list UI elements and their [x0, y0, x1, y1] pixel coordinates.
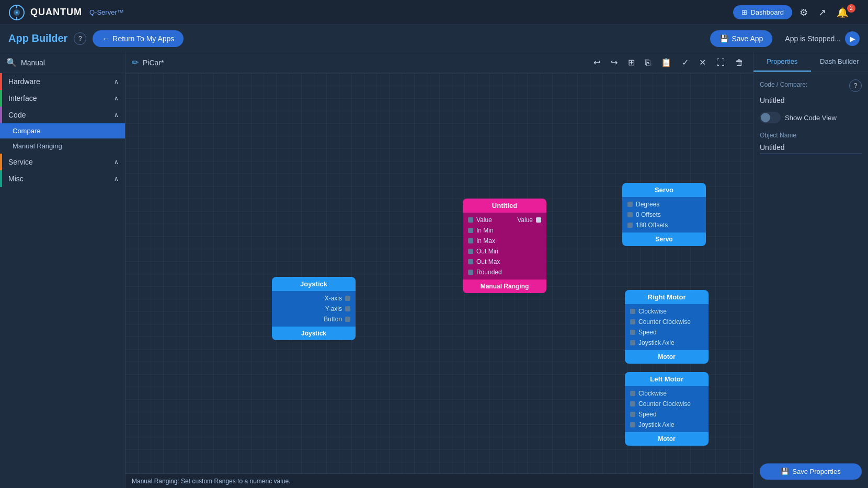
- left-motor-node[interactable]: Left Motor Clockwise Counter Clockwise S…: [625, 372, 709, 446]
- check-button[interactable]: ✓: [679, 55, 692, 69]
- servo-node[interactable]: Servo Degrees 0 Offsets 180 Offsets: [622, 183, 706, 246]
- delete-button[interactable]: 🗑: [732, 56, 747, 69]
- leftmotor-joystickaxle-row: Joystick Axle: [625, 420, 709, 430]
- show-code-toggle[interactable]: [760, 112, 781, 123]
- untitled-node-header: Untitled: [463, 199, 546, 213]
- settings-icon: ⚙: [800, 7, 808, 18]
- search-input[interactable]: [21, 59, 119, 67]
- redo-button[interactable]: ↪: [608, 55, 621, 69]
- status-bar: Manual Ranging: Set custom Ranges to a n…: [125, 473, 753, 488]
- servo-node-footer: Servo: [622, 233, 706, 246]
- joystick-node-header: Joystick: [272, 277, 356, 291]
- properties-help-button[interactable]: ?: [849, 79, 862, 92]
- servo-node-header: Servo: [622, 183, 706, 197]
- left-motor-node-header: Left Motor: [625, 372, 709, 386]
- svg-point-2: [16, 11, 18, 14]
- dashboard-icon: ⊞: [741, 8, 747, 16]
- dashboard-button[interactable]: ⊞ Dashboard: [733, 5, 792, 19]
- fullscreen-button[interactable]: ⛶: [713, 56, 728, 69]
- servo-degrees-port: [627, 202, 633, 207]
- rightmotor-clockwise-port: [630, 309, 635, 314]
- compare-label: Compare: [13, 127, 40, 135]
- settings-button[interactable]: ⚙: [796, 4, 811, 21]
- right-motor-node-footer: Motor: [625, 350, 709, 364]
- tab-properties[interactable]: Properties: [753, 52, 811, 72]
- untitled-inmin-port: [468, 228, 473, 233]
- untitled-value-right-port: [536, 217, 541, 223]
- grid-button[interactable]: ⊞: [625, 55, 638, 69]
- untitled-node-footer: Manual Ranging: [463, 280, 546, 293]
- app-builder-title: App Builder: [8, 32, 67, 44]
- logo-text: QUANTUM: [30, 7, 82, 18]
- paste-button[interactable]: 📋: [658, 55, 675, 69]
- share-button[interactable]: ↗: [815, 4, 829, 21]
- misc-label: Misc: [8, 175, 24, 183]
- canvas[interactable]: Joystick X-axis Y-axis Button: [125, 73, 753, 473]
- top-nav: QUANTUM Q-Server™ ⊞ Dashboard ⚙ ↗ 🔔 2: [0, 0, 868, 25]
- untitled-outmax-row: Out Max: [463, 257, 546, 267]
- status-text: Manual Ranging: Set custom Ranges to a n…: [132, 478, 291, 485]
- untitled-node-body: Value Value In Min In Max: [463, 213, 546, 280]
- arrow-left-icon: ←: [102, 34, 109, 43]
- copy-button[interactable]: ⎘: [642, 56, 654, 69]
- notification-badge: 2: [847, 4, 855, 13]
- code-label: Code: [8, 111, 26, 119]
- sidebar-category-interface[interactable]: Interface ∧: [0, 90, 125, 107]
- tab-dash-builder[interactable]: Dash Builder: [811, 52, 869, 72]
- manual-ranging-label: Manual Ranging: [13, 142, 62, 150]
- servo-degrees-row: Degrees: [622, 199, 706, 210]
- app-builder-bar: App Builder ? ← Return To My Apps 💾 Save…: [0, 25, 868, 52]
- untitled-value-row: Value Value: [463, 215, 546, 225]
- play-button[interactable]: ▶: [845, 31, 860, 46]
- sidebar-item-manual-ranging[interactable]: Manual Ranging: [0, 138, 125, 154]
- object-name-input[interactable]: [760, 141, 862, 154]
- canvas-area: ✏ PiCar* ↩ ↪ ⊞ ⎘ 📋 ✓ ✕ ⛶ 🗑 Joystick X-ax…: [125, 52, 753, 488]
- hardware-chevron-icon: ∧: [114, 78, 119, 85]
- sidebar-category-code[interactable]: Code ∧: [0, 107, 125, 123]
- right-motor-node-body: Clockwise Counter Clockwise Speed Joysti…: [625, 304, 709, 350]
- joystick-xaxis-row: X-axis: [272, 293, 356, 304]
- logo-sub: Q-Server™: [89, 8, 124, 16]
- app-builder-help-button[interactable]: ?: [74, 32, 86, 45]
- properties-panel: Properties Dash Builder Code / Compare: …: [753, 52, 868, 488]
- code-compare-label: Code / Compare:: [760, 81, 807, 88]
- toggle-knob: [761, 113, 770, 122]
- save-app-button[interactable]: 💾 Save App: [710, 30, 772, 47]
- undo-button[interactable]: ↩: [590, 55, 603, 69]
- untitled-rounded-row: Rounded: [463, 267, 546, 277]
- search-icon: 🔍: [6, 57, 17, 67]
- sidebar-category-misc[interactable]: Misc ∧: [0, 170, 125, 187]
- close-button[interactable]: ✕: [696, 55, 709, 69]
- joystick-yaxis-row: Y-axis: [272, 304, 356, 314]
- app-status: App is Stopped... ▶: [785, 31, 860, 46]
- leftmotor-ccw-row: Counter Clockwise: [625, 399, 709, 409]
- servo-180offsets-row: 180 Offsets: [622, 220, 706, 230]
- joystick-xaxis-port: [345, 296, 350, 301]
- sidebar-search-area: 🔍: [0, 52, 125, 73]
- servo-0offsets-row: 0 Offsets: [622, 210, 706, 220]
- joystick-button-port: [345, 317, 350, 322]
- help-icon: ?: [78, 35, 82, 42]
- code-chevron-icon: ∧: [114, 111, 119, 119]
- sidebar-item-compare[interactable]: Compare: [0, 123, 125, 138]
- servo-node-body: Degrees 0 Offsets 180 Offsets: [622, 197, 706, 233]
- leftmotor-clockwise-port: [630, 391, 635, 396]
- play-icon: ▶: [850, 34, 855, 43]
- untitled-node[interactable]: Untitled Value Value: [463, 199, 546, 293]
- properties-help-icon: ?: [854, 82, 858, 89]
- joystick-button-row: Button: [272, 314, 356, 324]
- leftmotor-ccw-port: [630, 401, 635, 406]
- right-motor-node[interactable]: Right Motor Clockwise Counter Clockwise …: [625, 290, 709, 364]
- sidebar-category-service[interactable]: Service ∧: [0, 154, 125, 170]
- save-properties-icon: 💾: [781, 468, 789, 475]
- joystick-node[interactable]: Joystick X-axis Y-axis Button: [272, 277, 356, 340]
- save-properties-button[interactable]: 💾 Save Properties: [760, 463, 862, 480]
- sidebar-category-hardware[interactable]: Hardware ∧: [0, 73, 125, 90]
- joystick-node-footer: Joystick: [272, 327, 356, 340]
- leftmotor-joystickaxle-port: [630, 422, 635, 427]
- untitled-outmin-row: Out Min: [463, 246, 546, 257]
- main-layout: 🔍 Hardware ∧ Interface ∧ Code ∧ Compare …: [0, 52, 868, 488]
- rightmotor-speed-port: [630, 330, 635, 335]
- joystick-yaxis-port: [345, 306, 350, 311]
- return-to-apps-button[interactable]: ← Return To My Apps: [93, 30, 184, 47]
